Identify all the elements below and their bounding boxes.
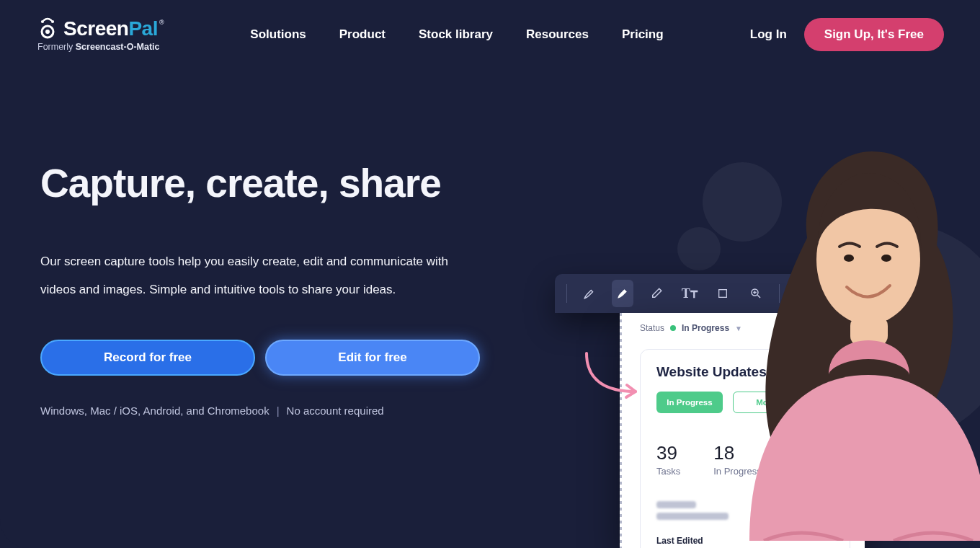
no-account-text: No account required — [287, 405, 384, 417]
nav-resources[interactable]: Resources — [526, 27, 589, 42]
status-dot-icon — [670, 325, 676, 331]
text-icon[interactable]: Tᴛ — [679, 280, 700, 307]
logo-text: ScreenPal® — [63, 17, 164, 40]
signup-button[interactable]: Sign Up, It's Free — [804, 18, 944, 51]
login-link[interactable]: Log In — [750, 27, 787, 42]
stat-label: Tasks — [656, 466, 680, 477]
nav-solutions[interactable]: Solutions — [250, 27, 306, 42]
logo-subtitle: Formerly Screencast-O-Matic — [37, 42, 164, 52]
toolbar-divider — [566, 284, 567, 303]
main-nav: Solutions Product Stock library Resource… — [250, 27, 663, 42]
hero-visual: Tᴛ Status In Progress ▼ — [548, 144, 980, 548]
svg-point-1 — [45, 30, 50, 34]
stat-tasks: 39 Tasks — [656, 442, 680, 477]
brush-icon[interactable] — [579, 280, 600, 307]
record-button[interactable]: Record for free — [40, 340, 255, 376]
edit-button[interactable]: Edit for free — [265, 340, 480, 376]
nav-stock-library[interactable]: Stock library — [419, 27, 493, 42]
bg-circle-icon — [677, 227, 721, 270]
status-label: Status — [640, 323, 664, 333]
chip-in-progress[interactable]: In Progress — [656, 392, 723, 413]
placeholder-line — [656, 501, 696, 508]
svg-point-8 — [881, 255, 891, 262]
highlighter-icon[interactable] — [612, 280, 633, 307]
stat-value: 39 — [656, 442, 680, 464]
hero-meta: Windows, Mac / iOS, Android, and Chromeb… — [40, 405, 502, 417]
platforms-text: Windows, Mac / iOS, Android, and Chromeb… — [40, 405, 270, 417]
hero-description: Our screen capture tools help you easily… — [40, 248, 458, 304]
nav-product[interactable]: Product — [339, 27, 386, 42]
nav-pricing[interactable]: Pricing — [622, 27, 664, 42]
eraser-icon[interactable] — [645, 280, 667, 307]
separator: | — [277, 405, 280, 417]
placeholder-line — [656, 513, 729, 520]
logo-mark-icon — [36, 17, 59, 40]
hero-person-illustration — [721, 137, 980, 541]
hero-title: Capture, create, share — [40, 162, 502, 205]
svg-point-7 — [844, 255, 854, 262]
logo[interactable]: ScreenPal® Formerly Screencast-O-Matic — [36, 17, 164, 52]
